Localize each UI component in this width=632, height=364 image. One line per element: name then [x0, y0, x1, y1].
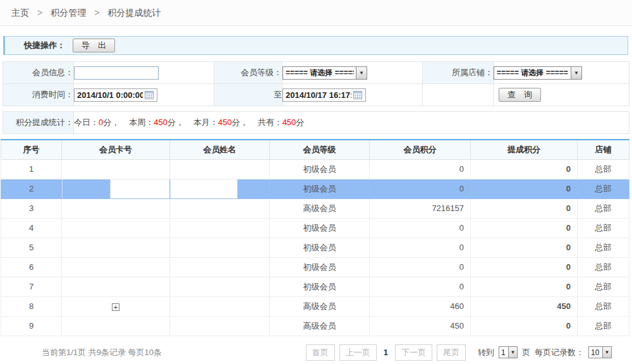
cell-index: 9 [1, 316, 62, 336]
cell-member-points: 0 [370, 277, 471, 296]
cell-member-points: 7216157 [370, 198, 471, 218]
table-row[interactable]: 8+高级会员460450总部 [1, 296, 629, 316]
column-header: 会员积分 [370, 140, 471, 159]
page: 主页>积分管理>积分提成统计 快捷操作： 导 出 会员信息： 会员等级： ===… [0, 0, 632, 361]
export-button[interactable]: 导 出 [73, 39, 115, 52]
cell-member-name [170, 316, 270, 336]
table-row[interactable]: 6初级会员00总部 [1, 257, 629, 277]
table-row[interactable]: 9高级会员4500总部 [1, 316, 629, 336]
member-info-input[interactable] [74, 66, 159, 80]
goto-page-select[interactable]: 1 ▼ [499, 346, 518, 358]
filter-empty-cell [423, 84, 494, 106]
cell-member-level: 高级会员 [270, 316, 370, 336]
cell-index: 6 [1, 257, 62, 277]
breadcrumb-item: 积分提成统计 [107, 8, 161, 18]
goto-suffix: 页 [522, 347, 530, 358]
time-label: 消费时间： [3, 84, 74, 106]
stat-value: 450 [218, 118, 232, 127]
cell-member-points: 0 [370, 218, 471, 238]
last-page-button[interactable]: 尾页 [437, 344, 466, 361]
cell-store: 总部 [578, 159, 629, 179]
table-row[interactable]: 5初级会员00总部 [1, 238, 629, 257]
cell-card-number [62, 257, 170, 277]
member-level-select[interactable]: ===== 请选择 ===== ▼ [283, 66, 367, 80]
table-row[interactable]: 7初级会员00总部 [1, 277, 629, 296]
expand-row-icon[interactable]: + [112, 303, 119, 311]
cell-commission-points: 0 [471, 198, 578, 218]
breadcrumb-separator: > [37, 8, 42, 18]
cell-commission-points: 0 [471, 159, 578, 179]
to-label: 至 [214, 84, 283, 106]
store-label: 所属店铺： [423, 62, 494, 84]
table-header-row: 序号会员卡号会员姓名会员等级会员积分提成积分店铺 [1, 140, 629, 159]
breadcrumb-item[interactable]: 积分管理 [51, 8, 86, 18]
next-page-button[interactable]: 下一页 [395, 344, 432, 361]
cell-commission-points: 0 [471, 316, 578, 336]
table-row[interactable]: 3高级会员72161570总部 [1, 198, 629, 218]
column-header: 会员姓名 [170, 140, 270, 159]
cell-store: 总部 [578, 238, 629, 257]
calendar-icon[interactable] [353, 91, 362, 99]
first-page-button[interactable]: 首页 [306, 344, 335, 361]
cell-commission-points: 0 [471, 218, 578, 238]
cell-member-level: 高级会员 [270, 296, 370, 316]
cell-member-name [170, 296, 270, 316]
cell-member-points: 0 [370, 238, 471, 257]
cell-member-points: 460 [370, 296, 471, 316]
cell-card-number [62, 218, 170, 238]
cell-member-name [170, 257, 270, 277]
per-page-select[interactable]: 10 ▼ [588, 346, 612, 358]
cell-member-points: 450 [370, 316, 471, 336]
store-selected-value: ===== 请选择 ===== [497, 68, 568, 78]
stat-suffix: 分 [296, 118, 304, 127]
cell-index: 3 [1, 198, 62, 218]
cell-member-name [170, 277, 270, 296]
column-header: 会员等级 [270, 140, 370, 159]
cell-commission-points: 0 [471, 179, 578, 198]
cell-index: 7 [1, 277, 62, 296]
cell-member-level: 初级会员 [270, 159, 370, 179]
stat-item: 共有：450分 [258, 118, 305, 127]
breadcrumb-separator: > [94, 8, 99, 18]
cell-member-level: 初级会员 [270, 257, 370, 277]
cell-member-points: 0 [370, 159, 471, 179]
cell-commission-points: 450 [471, 296, 578, 316]
stats-bar: 积分提成统计： 今日：0分，本周：450分，本月：450分，共有：450分 [3, 111, 629, 134]
cell-card-number [62, 238, 170, 257]
calendar-icon[interactable] [145, 91, 154, 99]
chevron-down-icon: ▼ [571, 67, 581, 79]
cell-member-name [170, 179, 270, 198]
search-button[interactable]: 查 询 [499, 88, 541, 102]
cell-store: 总部 [578, 257, 629, 277]
prev-page-button[interactable]: 上一页 [339, 344, 377, 361]
column-header: 提成积分 [471, 140, 578, 159]
cell-index: 5 [1, 238, 62, 257]
goto-label: 转到 [478, 347, 494, 358]
cell-member-level: 初级会员 [270, 218, 370, 238]
cell-commission-points: 0 [471, 257, 578, 277]
breadcrumb-item[interactable]: 主页 [11, 8, 29, 18]
member-level-label: 会员等级： [214, 62, 283, 84]
cell-store: 总部 [578, 316, 629, 336]
cell-card-number [62, 277, 170, 296]
chevron-down-icon: ▼ [356, 67, 367, 79]
cell-store: 总部 [578, 179, 629, 198]
cell-member-name [170, 198, 270, 218]
cell-member-level: 初级会员 [270, 277, 370, 296]
cell-member-level: 高级会员 [270, 198, 370, 218]
stats-content: 今日：0分，本周：450分，本月：450分，共有：450分 [74, 112, 629, 134]
stats-label: 积分提成统计： [3, 112, 74, 134]
store-select[interactable]: ===== 请选择 ===== ▼ [494, 66, 582, 80]
cell-index: 1 [1, 159, 62, 179]
cell-card-number [62, 179, 170, 198]
table-row[interactable]: 4初级会员00总部 [1, 218, 629, 238]
cell-store: 总部 [578, 218, 629, 238]
results-table: 序号会员卡号会员姓名会员等级会员积分提成积分店铺 1初级会员00总部2初级会员0… [1, 139, 629, 336]
cell-member-name [170, 159, 270, 179]
cell-index: 2 [1, 179, 62, 198]
breadcrumb: 主页>积分管理>积分提成统计 [0, 0, 632, 26]
cell-member-level: 初级会员 [270, 179, 370, 198]
stat-suffix: 分， [103, 118, 119, 127]
table-row[interactable]: 2初级会员00总部 [1, 179, 629, 198]
table-row[interactable]: 1初级会员00总部 [1, 159, 629, 179]
